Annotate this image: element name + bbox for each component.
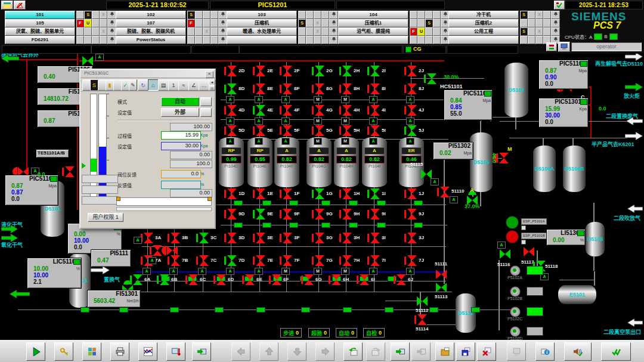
valve[interactable] bbox=[64, 166, 75, 177]
valve-6I[interactable] bbox=[359, 274, 370, 285]
info-button[interactable]: i bbox=[535, 342, 555, 361]
valve-6F[interactable] bbox=[271, 274, 282, 285]
alarm-bell-icon[interactable] bbox=[218, 11, 227, 19]
valve-7H[interactable] bbox=[342, 255, 352, 266]
valve-5D[interactable] bbox=[227, 125, 237, 136]
instrument-PIC51301C[interactable]: PIC51301C15.9930.000.0Kpa bbox=[538, 98, 589, 128]
valve-7B[interactable] bbox=[170, 255, 181, 266]
instrument-LIC51102[interactable]: LIC5110210.0010.002.1% bbox=[27, 258, 82, 289]
valve[interactable] bbox=[426, 73, 437, 84]
pump-status-running[interactable] bbox=[506, 216, 519, 229]
valve-8D[interactable] bbox=[227, 83, 237, 94]
alarm-bell-icon[interactable] bbox=[218, 36, 227, 44]
range-high-field[interactable]: 100.00 bbox=[170, 123, 212, 131]
valve-6J[interactable] bbox=[396, 274, 407, 285]
nav-button-沼气柜、膜提纯[interactable]: 沼气柜、膜提纯 bbox=[338, 27, 408, 36]
nav-button-脱硫、脱氨、脱碳风机[interactable]: 脱硫、脱氨、脱碳风机 bbox=[116, 27, 186, 36]
valve-51116[interactable] bbox=[500, 249, 510, 259]
nav-button-压缩机[interactable]: 压缩机 bbox=[227, 19, 297, 27]
valve[interactable] bbox=[167, 245, 178, 256]
valve-9H[interactable] bbox=[342, 209, 352, 219]
alarm-bell-icon[interactable] bbox=[107, 36, 116, 44]
valve[interactable] bbox=[82, 55, 93, 66]
fp-tool-folder-icon[interactable]: ▮ bbox=[106, 79, 114, 91]
valve-1J[interactable] bbox=[407, 188, 417, 199]
mode-button[interactable]: 自动 bbox=[161, 97, 199, 106]
valve-1F[interactable] bbox=[282, 188, 293, 199]
valve-1I[interactable] bbox=[370, 188, 380, 199]
instrument-PIC51104[interactable]: PIC511040.870.900.0Mpa bbox=[538, 60, 589, 89]
faceplate-titlebar[interactable]: PIC51301C × bbox=[80, 70, 215, 78]
alarm-bell-icon[interactable] bbox=[551, 19, 560, 27]
valve-3A[interactable] bbox=[143, 233, 154, 243]
down-button[interactable] bbox=[287, 342, 306, 361]
valve-7D[interactable] bbox=[227, 255, 237, 266]
valve-4D[interactable] bbox=[227, 105, 237, 116]
valve-6H[interactable] bbox=[331, 274, 342, 285]
valve-2J[interactable] bbox=[407, 66, 417, 76]
valve-1D[interactable] bbox=[227, 188, 237, 199]
fp-tool-ramp-icon[interactable]: ∠ bbox=[188, 79, 199, 91]
valve-7I[interactable] bbox=[370, 255, 380, 266]
alarm-bell-icon[interactable] bbox=[218, 27, 227, 36]
valve-8H[interactable] bbox=[342, 83, 352, 94]
nav-button-FD6291[interactable]: FD6291 bbox=[5, 36, 75, 44]
nav-button-col3-row3[interactable] bbox=[338, 36, 408, 44]
nav-button-压缩机2[interactable]: 压缩机2 bbox=[448, 19, 519, 27]
valve-1H[interactable] bbox=[342, 188, 352, 199]
valve-2H[interactable] bbox=[342, 66, 352, 76]
delete-button[interactable] bbox=[477, 342, 496, 361]
window-icon[interactable] bbox=[1, 1, 13, 10]
valve-8G[interactable] bbox=[314, 83, 325, 94]
nav-button-103[interactable]: 103 bbox=[227, 11, 297, 19]
display-button[interactable] bbox=[507, 342, 526, 361]
valve-3F[interactable] bbox=[282, 233, 293, 243]
valve-4E[interactable] bbox=[255, 105, 266, 116]
valve-3I[interactable] bbox=[370, 233, 380, 243]
slider-min-marker[interactable] bbox=[116, 197, 120, 201]
valve-51117[interactable] bbox=[524, 246, 534, 257]
nav-button-102[interactable]: 102 bbox=[116, 11, 186, 19]
valve-3D[interactable] bbox=[227, 233, 237, 243]
nav-button-暖通、水处理单元[interactable]: 暖通、水处理单元 bbox=[227, 27, 297, 36]
nav-button-col2-row3[interactable] bbox=[227, 36, 297, 44]
nav-button-PowerStatus[interactable]: PowerStatus bbox=[116, 36, 186, 44]
valve-4G[interactable] bbox=[314, 105, 325, 116]
output-low-field[interactable]: 0.00 bbox=[170, 189, 212, 197]
output-slider[interactable] bbox=[116, 197, 212, 206]
instrument-PI51302[interactable]: PI513020.02Mpa bbox=[433, 142, 473, 160]
nav-button-厌氧、脱硫、脱氨单元[interactable]: 厌氧、脱硫、脱氨单元 bbox=[5, 27, 75, 36]
report-button[interactable] bbox=[110, 342, 129, 361]
measure-button[interactable] bbox=[166, 342, 185, 361]
alarm-bell-icon[interactable] bbox=[329, 36, 338, 44]
pump-status-stopped[interactable] bbox=[506, 230, 519, 243]
instrument-LI51301[interactable]: LI513010.00% bbox=[546, 229, 586, 246]
fp-tool-dots-icon[interactable]: … bbox=[199, 79, 209, 91]
alarm-bell-icon[interactable] bbox=[107, 11, 116, 19]
valve-6G[interactable] bbox=[304, 274, 314, 285]
up-button[interactable] bbox=[259, 342, 278, 361]
valve-51114[interactable] bbox=[417, 314, 428, 325]
valve-2I[interactable] bbox=[370, 66, 380, 76]
valve-1E[interactable] bbox=[255, 188, 266, 199]
user-privilege-button[interactable]: 用户权限 1 bbox=[88, 213, 123, 222]
valve-5I[interactable] bbox=[370, 125, 380, 136]
nav-button-冷干机[interactable]: 冷干机 bbox=[448, 11, 519, 19]
valve-8E[interactable] bbox=[255, 83, 266, 94]
fp-tool-spare-icon[interactable] bbox=[82, 79, 91, 91]
fp-tool-tag-icon[interactable]: 1 bbox=[168, 79, 179, 91]
alarm-bell-icon[interactable] bbox=[107, 27, 116, 36]
sp-field[interactable]: 30.00 bbox=[161, 142, 201, 150]
valve-4F[interactable] bbox=[282, 105, 293, 116]
redo-button[interactable] bbox=[366, 342, 385, 361]
alarm-bell-icon[interactable] bbox=[551, 27, 560, 36]
alarm-bell-icon[interactable] bbox=[551, 11, 560, 19]
nav-button-101[interactable]: 101 bbox=[5, 11, 75, 19]
valve-51110[interactable] bbox=[439, 187, 450, 197]
valve[interactable] bbox=[499, 153, 509, 163]
valve-5G[interactable] bbox=[314, 125, 325, 136]
traffic-icon[interactable] bbox=[546, 42, 557, 51]
valve-9E[interactable] bbox=[255, 209, 266, 219]
alarm-bell-icon[interactable] bbox=[218, 19, 227, 27]
valve-7C[interactable] bbox=[199, 255, 209, 266]
